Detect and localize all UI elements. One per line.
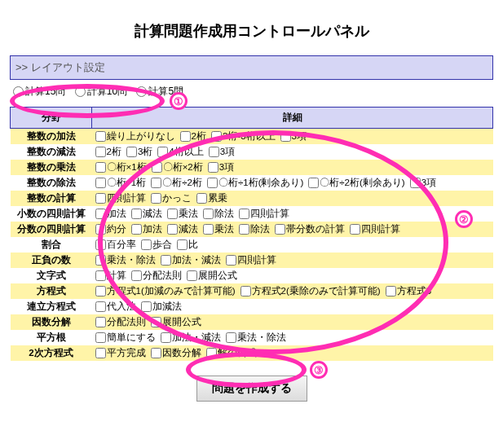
option-checkbox[interactable]: 3桁 [126, 147, 152, 156]
checkbox-input[interactable] [131, 270, 142, 281]
option-checkbox[interactable]: 加法・減法 [161, 332, 221, 342]
option-checkbox[interactable]: 代入法 [95, 301, 136, 311]
option-checkbox[interactable]: 分配法則 [131, 270, 182, 280]
option-checkbox[interactable]: 累乗 [196, 193, 227, 203]
checkbox-input[interactable] [95, 162, 106, 173]
checkbox-input[interactable] [240, 286, 251, 296]
option-checkbox[interactable]: 四則計算 [239, 209, 289, 218]
checkbox-input[interactable] [95, 286, 106, 296]
checkbox-input[interactable] [95, 348, 106, 358]
option-checkbox[interactable]: 展開公式 [187, 270, 237, 280]
option-checkbox[interactable]: 2桁-3桁以上 [211, 131, 276, 141]
option-checkbox[interactable]: 減法 [167, 224, 198, 234]
checkbox-input[interactable] [151, 317, 161, 327]
option-checkbox[interactable]: 簡単にする [95, 332, 156, 342]
option-checkbox[interactable]: 〇桁×2桁 [152, 162, 203, 172]
option-checkbox[interactable]: 2桁 [95, 147, 121, 156]
checkbox-input[interactable] [187, 270, 197, 281]
checkbox-input[interactable] [126, 147, 137, 157]
checkbox-input[interactable] [203, 224, 214, 235]
option-checkbox[interactable]: 平方完成 [95, 348, 146, 358]
checkbox-input[interactable] [95, 209, 106, 219]
option-checkbox[interactable]: 乗法・除法 [95, 255, 156, 265]
option-checkbox[interactable]: 繰り上がりなし [95, 131, 175, 141]
option-checkbox[interactable]: 4桁以上 [157, 147, 203, 156]
checkbox-input[interactable] [209, 147, 219, 157]
option-checkbox[interactable]: 方程式2(乗除のみで計算可能) [240, 286, 381, 296]
checkbox-input[interactable] [151, 178, 161, 188]
radio-15[interactable]: 計算15問 [13, 86, 65, 97]
option-checkbox[interactable]: 方程式1(加減のみで計算可能) [95, 286, 236, 296]
checkbox-input[interactable] [95, 147, 106, 157]
option-checkbox[interactable]: 加法 [131, 224, 162, 234]
checkbox-input[interactable] [161, 255, 171, 266]
option-checkbox[interactable]: 3項 [410, 178, 436, 187]
option-checkbox[interactable]: 〇桁÷2桁(剰余あり) [308, 178, 404, 187]
option-checkbox[interactable]: 〇桁÷2桁 [151, 178, 202, 187]
option-checkbox[interactable]: 四則計算 [350, 224, 400, 234]
radio-10[interactable]: 計算10問 [75, 86, 127, 97]
option-checkbox[interactable]: 加法 [95, 209, 126, 218]
option-checkbox[interactable]: 加法・減法 [161, 255, 221, 265]
checkbox-input[interactable] [95, 131, 106, 142]
radio-5[interactable]: 計算5問 [136, 86, 183, 97]
checkbox-input[interactable] [239, 209, 249, 219]
checkbox-input[interactable] [386, 286, 396, 296]
checkbox-input[interactable] [131, 209, 142, 219]
checkbox-input[interactable] [167, 224, 178, 235]
checkbox-input[interactable] [95, 178, 106, 188]
checkbox-input[interactable] [410, 178, 421, 188]
layout-settings-bar[interactable]: >> レイアウト設定 [10, 55, 493, 80]
checkbox-input[interactable] [180, 131, 191, 142]
option-checkbox[interactable]: 減法 [131, 209, 162, 218]
option-checkbox[interactable]: 歩合 [141, 239, 172, 249]
checkbox-input[interactable] [141, 239, 152, 250]
option-checkbox[interactable]: 約分 [95, 224, 126, 234]
option-checkbox[interactable]: 四則計算 [95, 193, 146, 203]
radio-5-input[interactable] [136, 86, 147, 97]
option-checkbox[interactable]: 因数分解 [151, 348, 201, 358]
option-checkbox[interactable]: 乗法 [203, 224, 234, 234]
option-checkbox[interactable]: 帯分数の計算 [275, 224, 345, 234]
checkbox-input[interactable] [196, 193, 207, 204]
option-checkbox[interactable]: 加減法 [141, 301, 182, 311]
checkbox-input[interactable] [226, 332, 236, 343]
checkbox-input[interactable] [152, 162, 162, 173]
option-checkbox[interactable]: 乗法・除法 [226, 332, 286, 342]
option-checkbox[interactable]: 分配法則 [95, 317, 146, 327]
checkbox-input[interactable] [211, 131, 222, 142]
option-checkbox[interactable]: 〇桁÷1桁(剰余あり) [207, 178, 303, 187]
option-checkbox[interactable]: 3項 [209, 147, 235, 156]
option-checkbox[interactable]: 除法 [203, 209, 234, 218]
checkbox-input[interactable] [95, 332, 106, 343]
checkbox-input[interactable] [131, 224, 142, 235]
option-checkbox[interactable]: 2桁 [180, 131, 206, 141]
option-checkbox[interactable]: 3項 [280, 131, 307, 141]
option-checkbox[interactable]: 〇桁×1桁 [95, 162, 147, 172]
checkbox-input[interactable] [95, 193, 106, 204]
option-checkbox[interactable]: 四則計算 [226, 255, 276, 265]
radio-10-input[interactable] [75, 86, 86, 97]
option-checkbox[interactable]: 方程式3 [386, 286, 431, 296]
radio-15-input[interactable] [13, 86, 24, 97]
checkbox-input[interactable] [157, 147, 168, 157]
checkbox-input[interactable] [161, 332, 171, 343]
checkbox-input[interactable] [226, 255, 236, 266]
option-checkbox[interactable]: かっこ [151, 193, 192, 203]
option-checkbox[interactable]: 解の公式 [206, 348, 257, 358]
checkbox-input[interactable] [95, 301, 106, 312]
checkbox-input[interactable] [95, 255, 106, 266]
checkbox-input[interactable] [208, 162, 218, 173]
option-checkbox[interactable]: 3項 [208, 162, 234, 172]
option-checkbox[interactable]: 百分率 [95, 239, 136, 249]
checkbox-input[interactable] [207, 178, 218, 188]
option-checkbox[interactable]: 乗法 [167, 209, 198, 218]
create-button[interactable]: 問題を作成する [196, 376, 307, 402]
checkbox-input[interactable] [95, 270, 106, 281]
option-checkbox[interactable]: 比 [177, 239, 198, 249]
checkbox-input[interactable] [177, 239, 188, 250]
option-checkbox[interactable]: 除法 [239, 224, 270, 234]
checkbox-input[interactable] [350, 224, 360, 235]
checkbox-input[interactable] [203, 209, 214, 219]
checkbox-input[interactable] [167, 209, 178, 219]
